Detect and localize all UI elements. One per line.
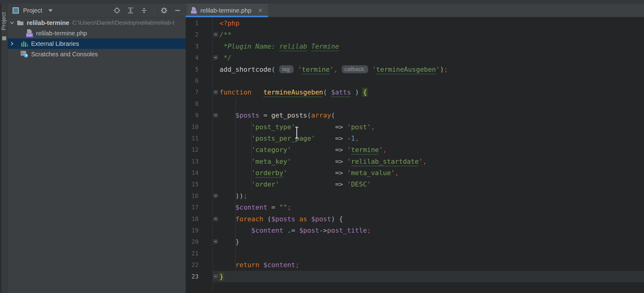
code-token: termineAusgeben xyxy=(376,66,436,73)
collapse-all-icon[interactable] xyxy=(140,7,148,14)
fold-collapse-icon[interactable] xyxy=(214,90,218,94)
fold-end-icon[interactable] xyxy=(214,275,218,279)
code-token: ; xyxy=(295,261,299,269)
code-token: => xyxy=(295,123,347,131)
code-token: orderby xyxy=(256,169,284,177)
code-token: function xyxy=(219,88,252,96)
settings-gear-icon[interactable] xyxy=(160,7,168,14)
code-token: ' xyxy=(419,158,423,165)
code-text: /** xyxy=(219,29,231,40)
code-line: 12 'category' => 'termine', xyxy=(186,144,644,155)
code-token: ( xyxy=(307,111,311,119)
fold-end-icon[interactable] xyxy=(214,56,218,60)
code-lines: 1<?php2/**3 *Plugin Name: relilab Termin… xyxy=(186,18,644,282)
code-line: 8 xyxy=(186,98,644,110)
code-token: ( xyxy=(323,88,331,96)
line-number: 23 xyxy=(186,271,199,282)
code-token: $post xyxy=(299,227,319,234)
code-token: 'order' xyxy=(252,180,280,188)
code-token: , xyxy=(334,66,338,73)
line-number: 5 xyxy=(186,64,199,75)
line-number: 7 xyxy=(186,86,199,98)
code-token xyxy=(219,111,235,119)
toolbar-divider xyxy=(154,6,154,14)
tab-filename: relilab-termine.php xyxy=(200,7,252,14)
stripe-indicator-square xyxy=(2,36,6,40)
code-text: } xyxy=(219,236,239,247)
chevron-collapsed-icon[interactable] xyxy=(10,41,14,46)
line-number: 13 xyxy=(186,156,199,167)
fold-end-icon[interactable] xyxy=(214,194,218,198)
tab-relilab-termine[interactable]: PHP relilab-termine.php × xyxy=(187,4,268,17)
code-token: ' xyxy=(283,169,287,177)
code-line: 3 *Plugin Name: relilab Termine xyxy=(186,41,644,52)
line-number: 14 xyxy=(186,167,199,179)
code-line: 15 'order' => 'DESC' xyxy=(186,179,644,190)
code-token: array xyxy=(311,111,331,119)
code-token: = xyxy=(259,111,271,119)
parameter-hint-chip[interactable]: callback: xyxy=(342,65,368,73)
hide-panel-icon[interactable] xyxy=(174,7,181,14)
fold-collapse-icon[interactable] xyxy=(214,113,218,117)
code-token: } xyxy=(219,273,223,280)
code-token: , xyxy=(383,146,387,154)
locate-target-icon[interactable] xyxy=(113,7,121,14)
project-stripe-button[interactable]: Project xyxy=(0,9,7,34)
scratch-icon: › xyxy=(21,51,28,58)
chevron-down-icon[interactable] xyxy=(48,9,53,12)
line-number: 17 xyxy=(186,202,199,213)
code-line: 16 )); xyxy=(186,190,644,202)
code-token: 'meta_key' xyxy=(252,158,291,165)
fold-collapse-icon[interactable] xyxy=(214,33,218,37)
code-text: 'order' => 'DESC' xyxy=(219,179,371,190)
panel-title[interactable]: Project xyxy=(23,7,42,14)
code-token xyxy=(219,158,252,165)
parameter-hint-chip[interactable]: tag: xyxy=(279,65,294,73)
close-icon[interactable]: × xyxy=(258,7,263,14)
tree-row-php-file[interactable]: PHP relilab-termine.php xyxy=(8,28,186,38)
code-token: => xyxy=(315,134,347,142)
code-text: $content = ""; xyxy=(219,202,291,213)
code-token: $posts xyxy=(271,215,295,223)
code-token xyxy=(338,66,342,73)
code-text: add_shortcode( tag: 'termine', callback:… xyxy=(219,64,448,75)
fold-collapse-icon[interactable] xyxy=(214,217,218,221)
project-panel-header: Project xyxy=(8,4,186,18)
code-line: 22 return $content; xyxy=(186,259,644,271)
code-token: post_title xyxy=(327,227,367,234)
tree-item-label: Scratches and Consoles xyxy=(31,51,98,58)
code-token: $posts xyxy=(235,111,260,119)
code-token: , xyxy=(371,123,375,131)
editor-code-area[interactable]: 1<?php2/**3 *Plugin Name: relilab Termin… xyxy=(186,17,644,293)
code-token xyxy=(219,227,252,234)
code-token: => xyxy=(287,169,347,177)
stripe-edge xyxy=(0,4,2,293)
code-token: { xyxy=(363,88,367,96)
line-number: 21 xyxy=(186,248,199,259)
line-number: 19 xyxy=(186,225,199,236)
tree-row-root-folder[interactable]: relilab-termine C:\Users\Daniel\Desktop\… xyxy=(8,18,186,28)
line-number: 18 xyxy=(186,213,199,225)
code-token xyxy=(295,215,299,223)
code-token: -> xyxy=(319,227,327,234)
code-line: 23} xyxy=(186,271,644,282)
code-token xyxy=(368,66,372,73)
expand-all-icon[interactable] xyxy=(127,7,134,14)
php-file-icon: PHP xyxy=(26,29,33,37)
chevron-expanded-icon[interactable] xyxy=(10,20,14,25)
tree-row-scratches[interactable]: › Scratches and Consoles xyxy=(8,49,186,59)
code-token: $post xyxy=(311,215,331,223)
code-token: ) xyxy=(440,66,444,73)
code-line: 17 $content = ""; xyxy=(186,202,644,213)
code-token: , xyxy=(355,134,359,142)
code-token xyxy=(307,215,311,223)
line-number: 15 xyxy=(186,179,199,190)
tree-row-external-libraries[interactable]: External Libraries xyxy=(8,38,186,49)
code-text: )); xyxy=(219,190,248,202)
code-text: $content .= $post->post_title; xyxy=(219,225,371,236)
project-view-icon xyxy=(13,7,19,14)
code-token xyxy=(219,146,252,154)
code-token: )) xyxy=(219,192,244,200)
tree-item-label: relilab-termine.php xyxy=(36,30,87,37)
fold-end-icon[interactable] xyxy=(214,240,218,244)
